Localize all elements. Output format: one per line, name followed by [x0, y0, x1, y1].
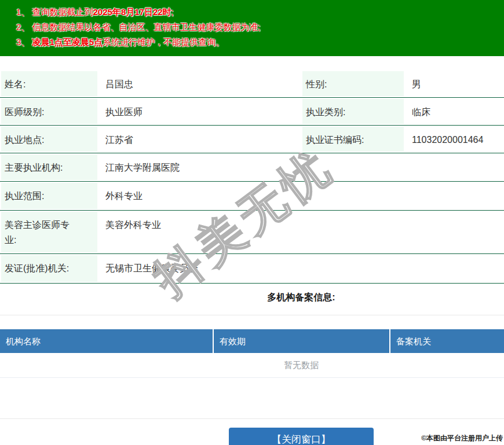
notice-2-number: 2、 — [16, 22, 32, 32]
spacer — [0, 378, 504, 418]
gender-label-cell: 性别: — [302, 71, 404, 96]
records-empty-state: 暂无数据 — [0, 353, 504, 378]
category-label-cell: 执业类别: — [302, 99, 404, 124]
scope-value: 外科专业 — [97, 182, 504, 210]
notice-line-3: 3、 凌晨1点至凌晨5点系统进行维护，不能提供查询。 — [16, 35, 504, 50]
info-row-issuer: 发证(批准)机关: 无锡市卫生健康委员会 — [0, 254, 504, 284]
close-window-button[interactable]: 【关闭窗口】 — [229, 428, 374, 445]
level-label: 医师级别: — [5, 105, 44, 120]
notice-3-number: 3、 — [16, 37, 32, 47]
notice-banner: 1、 查询数据截止到2025年8月17日22时; 2、 信息数据结果以各省、自治… — [0, 0, 504, 56]
notice-3-suffix: 系统进行维护，不能提供查询。 — [103, 37, 224, 47]
org-label-cell: 主要执业机构: — [1, 155, 97, 180]
notice-2-text: 信息数据结果以各省、自治区、直辖市卫生健康委数据为准; — [32, 22, 261, 32]
notice-line-2: 2、 信息数据结果以各省、自治区、直辖市卫生健康委数据为准; — [16, 20, 504, 35]
category-value: 临床 — [404, 98, 504, 125]
notice-3-bold: 凌晨1点至凌晨5点 — [32, 37, 103, 47]
section-divider — [0, 315, 504, 315]
info-row-name-gender: 姓名: 吕国忠 性别: 男 — [0, 70, 504, 98]
notice-1-number: 1、 — [16, 7, 32, 17]
issuer-label: 发证(批准)机关: — [5, 261, 69, 276]
issuer-label-cell: 发证(批准)机关: — [1, 255, 97, 282]
gender-value: 男 — [404, 70, 504, 97]
column-header-validity: 有效期 — [213, 329, 389, 353]
footer-divider — [0, 418, 504, 419]
name-label-cell: 姓名: — [1, 71, 97, 96]
notice-1-text: 查询数据截止到 — [32, 7, 93, 17]
level-value: 执业医师 — [97, 98, 301, 125]
cosmetic-value: 美容外科专业 — [97, 211, 504, 253]
place-value: 江苏省 — [97, 126, 301, 153]
category-label: 执业类别: — [306, 105, 345, 120]
place-label-cell: 执业地点: — [1, 127, 97, 152]
notice-line-1: 1、 查询数据截止到2025年8月17日22时; — [16, 5, 504, 20]
scope-label-cell: 执业范围: — [1, 183, 97, 209]
info-row-place-cert: 执业地点: 江苏省 执业证书编码: 11032020001464 — [0, 126, 504, 153]
info-row-level-category: 医师级别: 执业医师 执业类别: 临床 — [0, 98, 504, 126]
level-label-cell: 医师级别: — [1, 99, 97, 124]
info-row-cosmetic-specialty: 美容主诊医师专业: 美容外科专业 — [0, 211, 504, 254]
cert-label: 执业证书编码: — [306, 133, 364, 148]
info-row-scope: 执业范围: 外科专业 — [0, 182, 504, 211]
place-label: 执业地点: — [5, 133, 44, 148]
info-row-organization: 主要执业机构: 江南大学附属医院 — [0, 153, 504, 182]
records-section-title: 多机构备案信息: — [0, 284, 504, 315]
records-table-header: 机构名称 有效期 备案机关 — [0, 329, 504, 353]
doctor-info-table: 姓名: 吕国忠 性别: 男 医师级别: 执业医师 执业类别: 临床 执业地点: … — [0, 70, 504, 284]
page-container: 1、 查询数据截止到2025年8月17日22时; 2、 信息数据结果以各省、自治… — [0, 0, 504, 445]
column-header-authority: 备案机关 — [389, 329, 504, 353]
name-label: 姓名: — [5, 77, 25, 92]
cert-value: 11032020001464 — [404, 126, 504, 153]
cosmetic-label: 美容主诊医师专业: — [5, 218, 78, 248]
copyright-watermark: ©本图由平台注册用户上传 — [421, 433, 503, 443]
notice-1-suffix: ; — [171, 7, 174, 17]
gender-label: 性别: — [306, 77, 327, 92]
cosmetic-label-cell: 美容主诊医师专业: — [1, 212, 97, 252]
column-header-organization: 机构名称 — [0, 329, 213, 353]
notice-1-bold: 2025年8月17日22时 — [93, 7, 171, 17]
scope-label: 执业范围: — [5, 189, 44, 204]
issuer-value: 无锡市卫生健康委员会 — [97, 254, 504, 283]
org-value: 江南大学附属医院 — [97, 153, 504, 181]
cert-label-cell: 执业证书编码: — [302, 127, 404, 152]
org-label: 主要执业机构: — [5, 160, 63, 175]
name-value: 吕国忠 — [97, 70, 301, 97]
